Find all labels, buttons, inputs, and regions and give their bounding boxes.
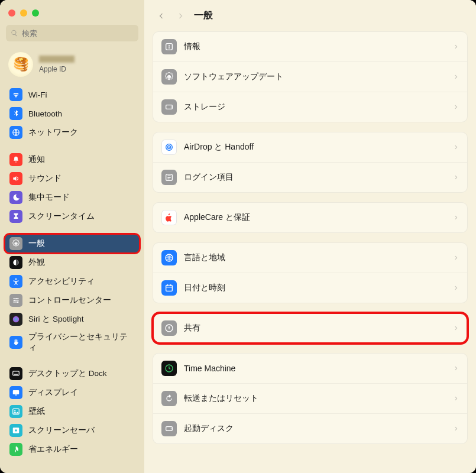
sidebar-item-label: 通知 (28, 154, 45, 165)
bluetooth-icon (9, 107, 22, 120)
forward-button[interactable] (175, 11, 186, 21)
svg-rect-18 (169, 46, 169, 48)
row-label: 起動ディスク (184, 423, 234, 434)
settings-row-info[interactable]: 情報 (153, 32, 467, 62)
sidebar-item-label: プライバシーとセキュリティ (28, 332, 135, 353)
row-label: ソフトウェアアップデート (184, 72, 283, 82)
account-row[interactable]: 🥞 Apple ID (0, 47, 144, 85)
sidebar-item-dock[interactable]: デスクトップと Dock (5, 364, 140, 383)
accessibility-icon (9, 275, 22, 288)
settings-row-disk[interactable]: 起動ディスク (153, 414, 467, 443)
sidebar-item-sliders[interactable]: コントロールセンター (5, 291, 140, 310)
settings-row-apple[interactable]: AppleCare と保証 (153, 203, 467, 232)
settings-row-airdrop[interactable]: AirDrop と Handoff (153, 132, 467, 163)
settings-row-share[interactable]: 共有 (153, 313, 467, 343)
wifi-icon (9, 88, 22, 101)
sidebar-item-bluetooth[interactable]: Bluetooth (5, 104, 140, 123)
close-button[interactable] (8, 9, 15, 17)
sidebar-item-label: アクセシビリティ (28, 276, 95, 287)
row-label: 転送またはリセット (184, 393, 258, 404)
sidebar-item-bell[interactable]: 通知 (5, 150, 140, 169)
settings-group: AppleCare と保証 (153, 202, 468, 233)
apple-icon (161, 210, 177, 225)
reset-icon (161, 391, 177, 406)
svg-point-13 (14, 410, 15, 412)
settings-row-reset[interactable]: 転送またはリセット (153, 384, 467, 414)
sidebar-item-gear[interactable]: 一般 (5, 234, 140, 253)
settings-row-gear[interactable]: ソフトウェアアップデート (153, 62, 467, 92)
chevron-right-icon (453, 364, 459, 373)
sidebar-item-leaf[interactable]: 省エネルギー (5, 440, 140, 459)
settings-row-disk[interactable]: ストレージ (153, 92, 467, 122)
account-subtitle: Apple ID (39, 65, 75, 73)
sidebar-item-hand[interactable]: プライバシーとセキュリティ (5, 329, 140, 356)
row-label: AirDrop と Handoff (184, 142, 254, 153)
sidebar-item-wifi[interactable]: Wi-Fi (5, 85, 140, 104)
row-label: Time Machine (184, 364, 235, 373)
row-label: ストレージ (184, 102, 225, 112)
row-label: AppleCare と保証 (184, 212, 250, 223)
sidebar-item-hourglass[interactable]: スクリーンタイム (5, 207, 140, 226)
zoom-button[interactable] (32, 9, 39, 17)
page-title: 一般 (194, 9, 213, 22)
content: 情報ソフトウェアアップデートストレージAirDrop と Handoffログイン… (144, 31, 476, 473)
hourglass-icon (9, 210, 22, 223)
sidebar-item-accessibility[interactable]: アクセシビリティ (5, 272, 140, 291)
sidebar-item-screensaver[interactable]: スクリーンセーバ (5, 421, 140, 440)
minimize-button[interactable] (20, 9, 27, 17)
sidebar-item-label: 一般 (28, 238, 45, 249)
settings-row-login[interactable]: ログイン項目 (153, 163, 467, 192)
row-label: ログイン項目 (184, 172, 234, 183)
sidebar-item-label: 集中モード (28, 192, 70, 203)
sidebar-item-moon[interactable]: 集中モード (5, 188, 140, 207)
sidebar-item-label: ネットワーク (28, 127, 78, 138)
settings-row-calendar[interactable]: 日付と時刻 (153, 273, 467, 303)
sound-icon (9, 172, 22, 185)
sidebar-item-label: コントロールセンター (28, 295, 111, 306)
sidebar-item-network[interactable]: ネットワーク (5, 123, 140, 142)
clock-icon (161, 361, 177, 376)
back-button[interactable] (156, 11, 167, 21)
login-icon (161, 170, 177, 185)
sidebar-item-label: スクリーンセーバ (28, 425, 95, 436)
info-icon (161, 39, 177, 54)
settings-row-clock[interactable]: Time Machine (153, 354, 467, 384)
sidebar-item-label: サウンド (28, 173, 61, 184)
svg-rect-10 (13, 390, 20, 394)
search-icon (11, 29, 18, 37)
gear-icon (9, 237, 22, 250)
sidebar-item-sound[interactable]: サウンド (5, 169, 140, 188)
sidebar-item-label: 外観 (28, 257, 45, 268)
search-field[interactable] (6, 25, 138, 41)
svg-point-4 (17, 298, 18, 299)
dock-icon (9, 367, 22, 380)
chevron-right-icon (453, 213, 459, 222)
settings-group: 情報ソフトウェアアップデートストレージ (153, 31, 468, 122)
sidebar-item-appearance[interactable]: 外観 (5, 253, 140, 272)
svg-point-21 (171, 106, 171, 107)
chevron-right-icon (453, 323, 459, 333)
sidebar: 🥞 Apple ID Wi-FiBluetoothネットワーク通知サウンド集中モ… (0, 0, 144, 473)
display-icon (9, 386, 22, 399)
svg-rect-9 (14, 374, 18, 375)
sidebar-item-wallpaper[interactable]: 壁紙 (5, 402, 140, 421)
row-label: 言語と地域 (184, 252, 225, 263)
settings-group: 共有 (153, 313, 468, 344)
svg-point-6 (17, 302, 18, 303)
sidebar-item-siri[interactable]: Siri と Spotlight (5, 310, 140, 329)
svg-point-19 (168, 76, 170, 78)
sidebar-item-display[interactable]: ディスプレイ (5, 383, 140, 402)
bell-icon (9, 153, 22, 166)
sidebar-item-label: デスクトップと Dock (28, 368, 107, 379)
sidebar-item-label: Siri と Spotlight (28, 314, 84, 325)
settings-row-globe[interactable]: 言語と地域 (153, 243, 467, 273)
chevron-right-icon (453, 72, 459, 82)
svg-point-5 (14, 300, 15, 301)
chevron-right-icon (453, 142, 459, 152)
calendar-icon (161, 280, 177, 296)
settings-group: 言語と地域日付と時刻 (153, 242, 468, 303)
sliders-icon (9, 294, 22, 307)
account-name-redacted (39, 56, 75, 63)
chevron-right-icon (453, 102, 459, 112)
search-input[interactable] (22, 29, 134, 38)
